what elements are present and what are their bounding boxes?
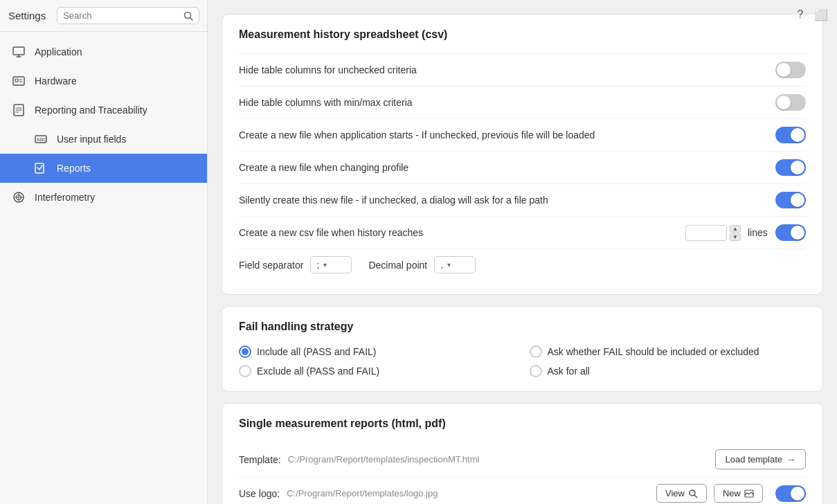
svg-line-22 — [694, 495, 697, 498]
history-toggle[interactable] — [775, 224, 806, 241]
view-button[interactable]: View — [656, 484, 707, 503]
view-label: View — [665, 488, 685, 498]
sidebar-item-label-hardware: Hardware — [35, 75, 77, 87]
sidebar: Settings Application Hardware — [0, 0, 208, 504]
svg-rect-6 — [15, 79, 18, 82]
topbar-icons: ? ⬜ — [793, 7, 829, 22]
hide-unchecked-row: Hide table columns for unchecked criteri… — [239, 53, 806, 86]
spinner-arrows: ▲ ▼ — [730, 225, 741, 241]
interferometry-icon — [11, 190, 26, 205]
svg-rect-16 — [35, 163, 44, 173]
field-separator-dropdown[interactable]: ; ▾ — [310, 256, 352, 273]
history-suffix: lines — [748, 227, 768, 238]
single-measurement-section: Single measurement reports (html, pdf) T… — [222, 403, 823, 504]
radio-circle-exclude — [239, 365, 251, 377]
template-path: C:/Program/Report/templates/inspectionMT… — [288, 454, 708, 465]
radio-label-ask-whether: Ask whether FAIL should be included or e… — [548, 346, 759, 357]
new-file-profile-toggle[interactable] — [775, 159, 806, 176]
field-separator-arrow: ▾ — [323, 261, 327, 269]
load-template-button[interactable]: Load template → — [715, 449, 806, 469]
radio-label-include: Include all (PASS and FAIL) — [257, 346, 377, 357]
radio-exclude-all[interactable]: Exclude all (PASS and FAIL) — [239, 365, 516, 377]
load-template-label: Load template — [726, 454, 782, 465]
hide-minmax-toggle[interactable] — [775, 94, 806, 111]
new-file-start-row: Create a new file when application start… — [239, 118, 806, 151]
silently-create-toggle[interactable] — [775, 192, 806, 208]
load-template-arrow: → — [786, 454, 795, 465]
spinner-down-btn[interactable]: ▼ — [730, 233, 741, 241]
main-content: ? ⬜ Measurement history spreadsheet (csv… — [208, 0, 837, 504]
sidebar-item-label-reporting: Reporting and Traceability — [35, 105, 147, 116]
radio-circle-ask-whether — [530, 345, 542, 358]
sidebar-header: Settings — [0, 0, 207, 32]
sidebar-item-label-interferometry: Interferometry — [35, 192, 95, 203]
radio-label-ask-all: Ask for all — [548, 366, 590, 377]
field-separator-group: Field separator ; ▾ — [239, 256, 352, 273]
radio-ask-whether[interactable]: Ask whether FAIL should be included or e… — [530, 345, 807, 358]
decimal-point-group: Decimal point , ▾ — [368, 256, 476, 273]
monitor-icon — [11, 44, 26, 60]
field-separator-value: ; — [316, 260, 319, 270]
history-prefix: Create a new csv file when history reach… — [239, 227, 678, 238]
new-image-icon — [744, 489, 754, 498]
reporting-icon — [11, 102, 26, 118]
radio-ask-all[interactable]: Ask for all — [530, 365, 807, 377]
search-box[interactable] — [57, 7, 199, 24]
history-spinner: 1000 ▲ ▼ — [685, 225, 741, 241]
sidebar-nav: Application Hardware Reporting and Trace… — [0, 32, 207, 504]
svg-rect-5 — [13, 77, 24, 85]
help-icon[interactable]: ? — [793, 7, 808, 22]
sidebar-item-label-reports: Reports — [57, 163, 91, 174]
svg-text:ABC: ABC — [37, 137, 46, 142]
radio-include-all[interactable]: Include all (PASS and FAIL) — [239, 345, 516, 358]
hide-unchecked-toggle[interactable] — [775, 62, 806, 78]
history-value-input[interactable]: 1000 — [685, 225, 727, 241]
hide-unchecked-label: Hide table columns for unchecked criteri… — [239, 64, 775, 75]
svg-rect-2 — [13, 47, 24, 55]
user-input-icon: ABC — [33, 132, 48, 147]
view-search-icon — [688, 489, 698, 498]
hide-minmax-row: Hide table columns with min/max criteria — [239, 86, 806, 118]
sidebar-title: Settings — [8, 10, 46, 21]
measurement-history-section: Measurement history spreadsheet (csv) Hi… — [222, 14, 823, 295]
new-button[interactable]: New — [714, 484, 763, 503]
svg-line-1 — [190, 17, 193, 20]
template-row: Template: C:/Program/Report/templates/in… — [239, 442, 806, 476]
fail-handling-section: Fail handling strategy Include all (PASS… — [222, 306, 823, 392]
new-label: New — [723, 488, 741, 498]
template-label: Template: — [239, 454, 281, 465]
logo-path: C:/Program/Report/templates/logo.jpg — [287, 488, 649, 498]
logo-row: Use logo: C:/Program/Report/templates/lo… — [239, 476, 806, 504]
radio-label-exclude: Exclude all (PASS and FAIL) — [257, 366, 379, 377]
sidebar-item-label-user-input: User input fields — [57, 134, 126, 145]
logo-label: Use logo: — [239, 488, 280, 499]
sidebar-item-reports[interactable]: Reports — [0, 154, 207, 183]
hardware-icon — [11, 73, 26, 89]
sidebar-item-label-application: Application — [35, 46, 82, 57]
decimal-point-dropdown[interactable]: , ▾ — [434, 256, 476, 273]
sidebar-item-application[interactable]: Application — [0, 37, 207, 66]
single-measurement-title: Single measurement reports (html, pdf) — [239, 417, 806, 430]
separator-row: Field separator ; ▾ Decimal point , ▾ — [239, 249, 806, 280]
new-file-profile-row: Create a new file when changing profile — [239, 151, 806, 183]
history-row: Create a new csv file when history reach… — [239, 216, 806, 249]
decimal-point-arrow: ▾ — [447, 261, 451, 269]
new-file-start-toggle[interactable] — [775, 127, 806, 143]
search-input[interactable] — [63, 10, 179, 21]
sidebar-item-hardware[interactable]: Hardware — [0, 66, 207, 96]
logo-toggle[interactable] — [775, 485, 806, 502]
measurement-history-title: Measurement history spreadsheet (csv) — [239, 28, 806, 41]
sidebar-item-user-input-fields[interactable]: ABC User input fields — [0, 125, 207, 154]
field-separator-label: Field separator — [239, 260, 303, 271]
new-file-start-label: Create a new file when application start… — [239, 129, 775, 141]
fail-handling-title: Fail handling strategy — [239, 321, 806, 333]
window-icon[interactable]: ⬜ — [813, 7, 829, 22]
reports-icon — [33, 161, 48, 176]
new-file-profile-label: Create a new file when changing profile — [239, 162, 775, 173]
silently-create-row: Silently create this new file - if unche… — [239, 183, 806, 216]
sidebar-item-interferometry[interactable]: Interferometry — [0, 183, 207, 212]
decimal-point-label: Decimal point — [368, 260, 427, 271]
sidebar-item-reporting[interactable]: Reporting and Traceability — [0, 96, 207, 125]
radio-circle-include — [239, 345, 251, 358]
spinner-up-btn[interactable]: ▲ — [730, 225, 741, 233]
